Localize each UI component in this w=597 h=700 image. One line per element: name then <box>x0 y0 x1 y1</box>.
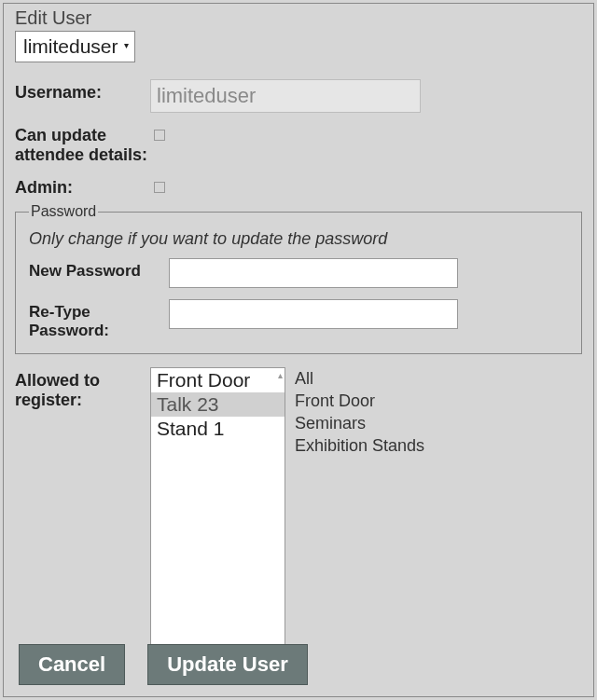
password-hint: Only change if you want to update the pa… <box>29 229 568 249</box>
available-list: All Front Door Seminars Exhibition Stand… <box>295 367 424 457</box>
update-user-button[interactable]: Update User <box>147 644 308 685</box>
allowed-label: Allowed to register: <box>15 367 150 410</box>
scroll-up-icon[interactable]: ▴ <box>278 370 283 380</box>
list-item[interactable]: Front Door <box>151 368 285 392</box>
can-update-label: Can update attendee details: <box>15 122 150 165</box>
admin-label: Admin: <box>15 174 150 198</box>
can-update-checkbox[interactable] <box>154 130 165 141</box>
list-item[interactable]: Talk 23 <box>151 392 285 417</box>
username-label: Username: <box>15 79 150 103</box>
available-item: All <box>295 367 424 390</box>
new-password-row: New Password <box>29 258 568 288</box>
panel-title: Edit User <box>15 7 582 29</box>
chevron-down-icon: ▾ <box>124 40 129 50</box>
new-password-label: New Password <box>29 258 169 281</box>
user-select-dropdown[interactable]: limiteduser ▾ <box>15 31 135 62</box>
retype-password-input[interactable] <box>169 299 458 329</box>
available-item: Front Door <box>295 390 424 412</box>
cancel-button[interactable]: Cancel <box>19 644 125 685</box>
new-password-input[interactable] <box>169 258 458 288</box>
password-fieldset: Password Only change if you want to upda… <box>15 203 582 354</box>
can-update-row: Can update attendee details: <box>15 122 582 165</box>
button-bar: Cancel Update User <box>19 644 308 685</box>
available-item: Seminars <box>295 412 424 434</box>
list-item[interactable]: Stand 1 <box>151 417 285 441</box>
edit-user-panel: Edit User limiteduser ▾ Username: Can up… <box>3 3 594 697</box>
allowed-row: Allowed to register: ▴ Front Door Talk 2… <box>15 367 582 666</box>
username-input[interactable] <box>150 79 421 113</box>
password-legend: Password <box>29 203 98 220</box>
user-select-value: limiteduser <box>23 35 118 58</box>
admin-row: Admin: <box>15 174 582 198</box>
admin-checkbox[interactable] <box>154 182 165 193</box>
retype-password-label: Re-Type Password: <box>29 299 169 340</box>
retype-password-row: Re-Type Password: <box>29 299 568 340</box>
available-item: Exhibition Stands <box>295 434 424 457</box>
username-row: Username: <box>15 79 582 113</box>
allowed-listbox[interactable]: ▴ Front Door Talk 23 Stand 1 ▾ <box>150 367 285 666</box>
